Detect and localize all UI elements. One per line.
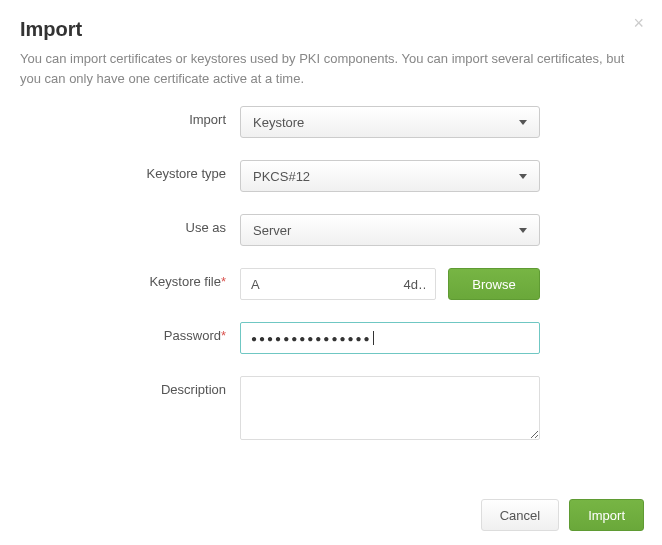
cancel-button[interactable]: Cancel <box>481 499 559 531</box>
label-keystore-type: Keystore type <box>20 160 240 181</box>
chevron-down-icon <box>519 120 527 125</box>
close-icon[interactable]: × <box>633 14 644 32</box>
label-password: Password* <box>20 322 240 343</box>
browse-button[interactable]: Browse <box>448 268 540 300</box>
import-select-value: Keystore <box>253 115 304 130</box>
label-keystore-file: Keystore file* <box>20 268 240 289</box>
chevron-down-icon <box>519 174 527 179</box>
import-select[interactable]: Keystore <box>240 106 540 138</box>
keystore-type-value: PKCS#12 <box>253 169 310 184</box>
keystore-type-select[interactable]: PKCS#12 <box>240 160 540 192</box>
description-textarea[interactable] <box>240 376 540 440</box>
label-use-as: Use as <box>20 214 240 235</box>
dialog-title: Import <box>20 18 642 41</box>
dialog-footer: Cancel Import <box>481 499 644 531</box>
password-input[interactable]: ●●●●●●●●●●●●●●● <box>240 322 540 354</box>
use-as-select[interactable]: Server <box>240 214 540 246</box>
keystore-file-input[interactable] <box>240 268 436 300</box>
use-as-value: Server <box>253 223 291 238</box>
chevron-down-icon <box>519 228 527 233</box>
label-description: Description <box>20 376 240 397</box>
dialog-subtitle: You can import certificates or keystores… <box>20 49 642 88</box>
import-button[interactable]: Import <box>569 499 644 531</box>
import-dialog: × Import You can import certificates or … <box>0 0 662 545</box>
label-import: Import <box>20 106 240 127</box>
text-cursor <box>373 331 374 345</box>
